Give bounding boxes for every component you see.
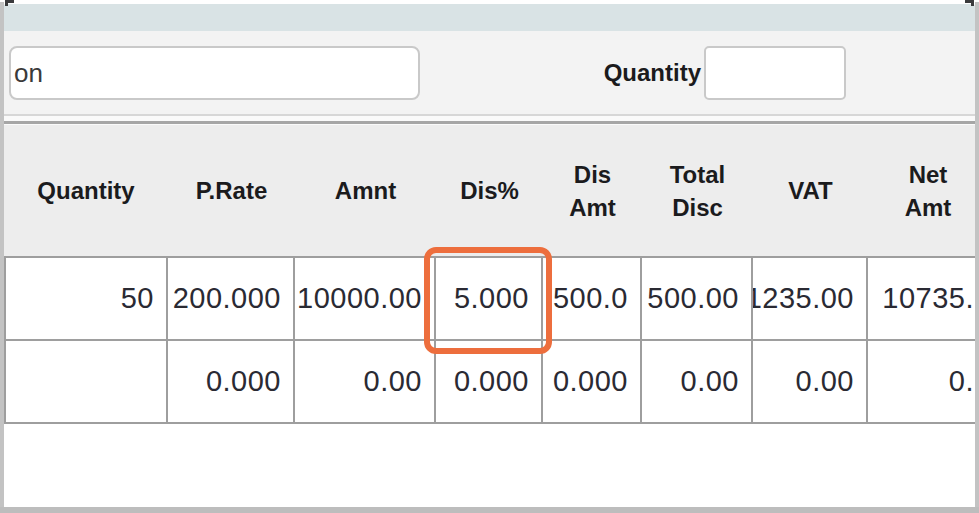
quantity-filter-input[interactable] bbox=[704, 46, 846, 100]
invoice-items-grid: 50 200.000 10000.00 5.000 500.0 500.00 1… bbox=[4, 256, 979, 424]
cell-row2-vat[interactable]: 0.00 bbox=[753, 341, 868, 424]
frame-border-right bbox=[975, 2, 979, 513]
panel-divider bbox=[0, 114, 979, 125]
app-window: Quantity Quantity P.Rate Amnt Dis% Dis A… bbox=[0, 0, 979, 513]
cell-row1-quantity[interactable]: 50 bbox=[4, 256, 168, 341]
window-title-bar bbox=[4, 4, 975, 31]
cell-row2-prate[interactable]: 0.000 bbox=[168, 341, 295, 424]
filter-panel: Quantity bbox=[4, 31, 975, 114]
frame-border-bottom bbox=[0, 507, 979, 513]
quantity-filter-label: Quantity bbox=[559, 46, 701, 100]
col-header-dis-amt: Dis Amt bbox=[543, 125, 642, 256]
cell-row1-vat[interactable]: 1235.00 bbox=[753, 256, 868, 341]
col-header-quantity: Quantity bbox=[4, 125, 168, 256]
description-input[interactable] bbox=[9, 46, 420, 100]
col-header-net-amt: Net Amt bbox=[868, 125, 979, 256]
cell-row1-amnt[interactable]: 10000.00 bbox=[295, 256, 436, 341]
cell-row1-dis-pct[interactable]: 5.000 bbox=[436, 256, 543, 341]
cell-row1-total-disc[interactable]: 500.00 bbox=[642, 256, 753, 341]
col-header-dis-pct: Dis% bbox=[436, 125, 543, 256]
cell-row2-quantity[interactable] bbox=[4, 341, 168, 424]
cell-row2-total-disc[interactable]: 0.00 bbox=[642, 341, 753, 424]
cell-row2-amnt[interactable]: 0.00 bbox=[295, 341, 436, 424]
col-header-prate: P.Rate bbox=[168, 125, 295, 256]
col-header-total-disc: Total Disc bbox=[642, 125, 753, 256]
cell-row1-dis-amt[interactable]: 500.0 bbox=[543, 256, 642, 341]
cell-row2-dis-pct[interactable]: 0.000 bbox=[436, 341, 543, 424]
crop-corner-left-icon bbox=[5, 0, 14, 6]
cell-row1-prate[interactable]: 200.000 bbox=[168, 256, 295, 341]
frame-border-left bbox=[0, 2, 4, 513]
col-header-amnt: Amnt bbox=[295, 125, 436, 256]
table-header-row: Quantity P.Rate Amnt Dis% Dis Amt Total … bbox=[4, 125, 979, 256]
cell-row2-net-amt[interactable]: 0. bbox=[868, 341, 979, 424]
crop-corner-right-icon bbox=[965, 0, 974, 6]
cell-row2-dis-amt[interactable]: 0.000 bbox=[543, 341, 642, 424]
col-header-vat: VAT bbox=[753, 125, 868, 256]
cell-row1-net-amt[interactable]: 10735. bbox=[868, 256, 979, 341]
